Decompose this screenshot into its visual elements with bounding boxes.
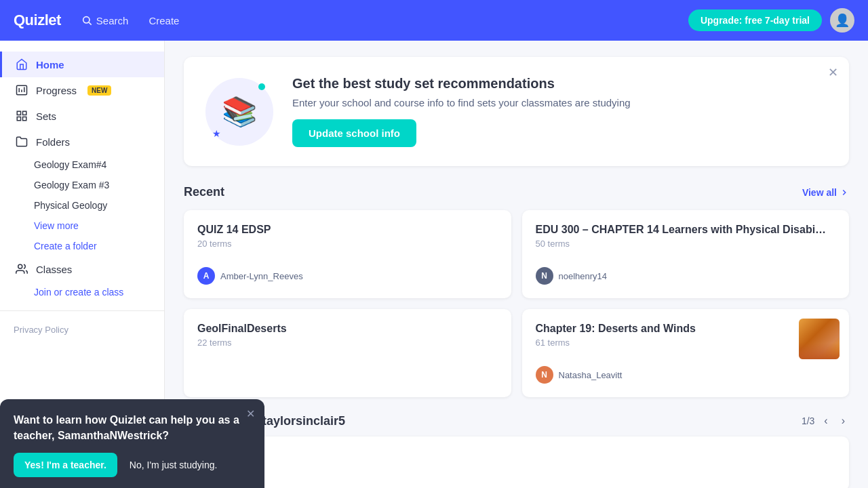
card-terms-3: 22 terms	[197, 338, 498, 348]
card-title-3: GeolFinalDeserts	[197, 323, 498, 335]
next-page-button[interactable]: ›	[837, 413, 849, 428]
search-icon	[81, 15, 92, 26]
rec-close-button[interactable]: ✕	[828, 66, 838, 79]
sidebar-folder-physical[interactable]: Physical Geology	[0, 195, 164, 216]
sidebar-folders-label: Folders	[36, 136, 70, 148]
sidebar-item-home[interactable]: Home	[0, 52, 164, 77]
header-right: Upgrade: free 7-day trial 👤	[688, 8, 854, 33]
sidebar-classes-label: Classes	[36, 264, 72, 275]
sidebar-item-progress[interactable]: Progress NEW	[0, 77, 164, 103]
sidebar-divider	[0, 310, 164, 311]
sidebar-join-class[interactable]: Join or create a class	[0, 282, 164, 302]
bottom-card-placeholder	[184, 436, 849, 488]
svg-line-1	[89, 22, 92, 25]
progress-icon	[16, 84, 28, 96]
logo[interactable]: Quizlet	[14, 12, 61, 29]
author-avatar-4: N	[536, 366, 553, 384]
main-content: 📚 ★ Get the best study set recommendatio…	[165, 41, 868, 488]
card-author-1: A Amber-Lynn_Reeves	[197, 267, 498, 285]
card-terms-1: 20 terms	[197, 239, 498, 249]
study-card-4[interactable]: Chapter 19: Deserts and Winds 61 terms N…	[522, 309, 850, 397]
svg-rect-12	[23, 117, 26, 121]
folders-icon	[16, 136, 28, 148]
sidebar-item-classes[interactable]: Classes	[0, 256, 164, 282]
svg-rect-9	[17, 111, 20, 115]
sidebar-create-folder[interactable]: Create a folder	[0, 236, 164, 256]
chevron-right-icon	[840, 188, 849, 197]
card-terms-2: 50 terms	[536, 239, 836, 249]
rec-description: Enter your school and course info to fin…	[292, 97, 631, 108]
study-card-3[interactable]: GeolFinalDeserts 22 terms	[184, 309, 511, 397]
search-button[interactable]: Search	[81, 15, 129, 26]
teal-dot	[258, 83, 265, 90]
rec-illustration: 📚 ★	[205, 78, 273, 146]
card-title-1: QUIZ 14 EDSP	[197, 224, 498, 236]
teacher-toast: ✕ Want to learn how Quizlet can help you…	[0, 399, 264, 488]
author-name-4: Natasha_Leavitt	[559, 370, 623, 380]
toast-close-button[interactable]: ✕	[246, 407, 255, 420]
sidebar-folder-geology4[interactable]: Geology Exam#4	[0, 155, 164, 175]
recent-section-header: Recent View all	[184, 185, 849, 199]
sidebar-folder-geology3[interactable]: Geology Exam #3	[0, 175, 164, 195]
sidebar-progress-label: Progress	[36, 85, 77, 96]
upgrade-button[interactable]: Upgrade: free 7-day trial	[688, 9, 822, 31]
author-avatar-1: A	[197, 267, 215, 285]
card-thumbnail-4	[799, 319, 840, 359]
study-card-2[interactable]: EDU 300 – CHAPTER 14 Learners with Physi…	[522, 210, 850, 298]
classes-icon	[16, 263, 28, 275]
bottom-section-header: …ied sets by taylorsinclair5 1/3 ‹ ›	[184, 413, 849, 428]
author-avatar-2: N	[536, 267, 553, 285]
svg-rect-11	[17, 117, 20, 121]
card-author-4: N Natasha_Leavitt	[536, 366, 836, 384]
card-terms-4: 61 terms	[536, 338, 836, 348]
teacher-no-button[interactable]: No, I'm just studying.	[124, 453, 223, 477]
sidebar-home-label: Home	[36, 59, 64, 70]
update-school-button[interactable]: Update school info	[292, 119, 416, 147]
author-name-1: Amber-Lynn_Reeves	[220, 271, 303, 281]
pagination: 1/3 ‹ ›	[802, 413, 849, 428]
search-label: Search	[96, 15, 129, 26]
create-button[interactable]: Create	[144, 15, 179, 26]
rec-text: Get the best study set recommendations E…	[292, 76, 631, 147]
card-author-2: N noelhenry14	[536, 267, 836, 285]
sidebar-item-folders[interactable]: Folders	[0, 129, 164, 155]
star-icon: ★	[212, 128, 221, 139]
sidebar-sets-label: Sets	[36, 110, 56, 122]
toast-message: Want to learn how Quizlet can help you a…	[14, 413, 251, 443]
svg-rect-10	[23, 111, 26, 115]
create-label: Create	[149, 15, 179, 26]
home-icon	[16, 58, 28, 70]
svg-point-13	[18, 264, 22, 268]
card-title-2: EDU 300 – CHAPTER 14 Learners with Physi…	[536, 224, 836, 236]
header: Quizlet Search Create Upgrade: free 7-da…	[0, 0, 868, 41]
desert-image	[799, 319, 840, 359]
sets-icon	[16, 110, 28, 122]
teacher-yes-button[interactable]: Yes! I'm a teacher.	[14, 453, 117, 477]
svg-point-0	[83, 17, 90, 23]
author-name-2: noelhenry14	[559, 271, 608, 281]
view-all-button[interactable]: View all	[802, 187, 849, 198]
sidebar-privacy-policy[interactable]: Privacy Policy	[0, 319, 164, 340]
sidebar-view-more[interactable]: View more	[0, 216, 164, 236]
new-badge: NEW	[87, 85, 111, 96]
avatar[interactable]: 👤	[830, 8, 854, 33]
prev-page-button[interactable]: ‹	[820, 413, 831, 428]
rec-title: Get the best study set recommendations	[292, 76, 631, 92]
toast-buttons: Yes! I'm a teacher. No, I'm just studyin…	[14, 453, 251, 477]
recent-title: Recent	[184, 185, 224, 199]
card-title-4: Chapter 19: Deserts and Winds	[536, 323, 836, 335]
books-icon: 📚	[222, 95, 257, 128]
sidebar-item-sets[interactable]: Sets	[0, 103, 164, 129]
pagination-count: 1/3	[802, 415, 814, 426]
recommendation-card: 📚 ★ Get the best study set recommendatio…	[184, 57, 849, 166]
study-card-1[interactable]: QUIZ 14 EDSP 20 terms A Amber-Lynn_Reeve…	[184, 210, 511, 298]
recent-cards-grid: QUIZ 14 EDSP 20 terms A Amber-Lynn_Reeve…	[184, 210, 849, 397]
